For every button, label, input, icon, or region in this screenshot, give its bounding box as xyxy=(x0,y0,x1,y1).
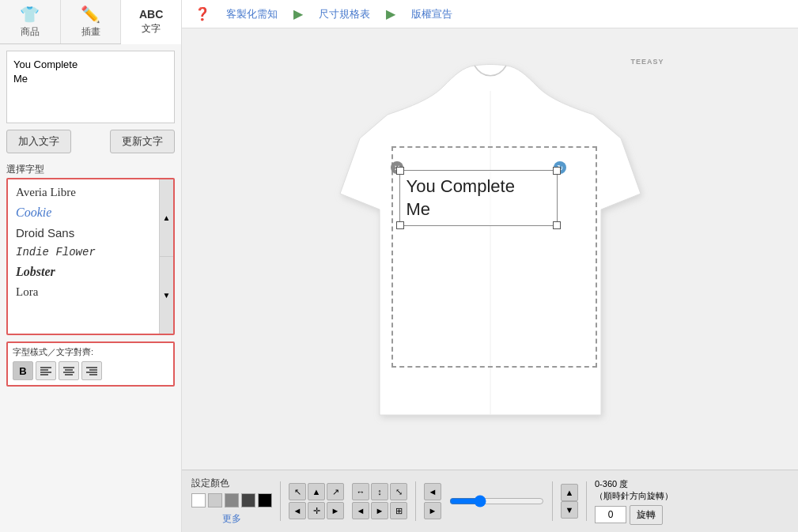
move-row-1: ↖ ▲ ↗ xyxy=(289,483,344,500)
color-swatch-black[interactable] xyxy=(258,493,272,507)
text-input[interactable]: You Complete Me xyxy=(13,58,168,113)
button-row: 加入文字 更新文字 xyxy=(0,130,181,160)
color-swatch-gray[interactable] xyxy=(225,493,239,507)
tab-bar: 👕 商品 ✏️ 插畫 ABC 文字 xyxy=(0,0,181,44)
scroll-up-button[interactable]: ▲ xyxy=(160,179,173,257)
font-lobster[interactable]: Lobster xyxy=(8,262,173,282)
font-averia-libre[interactable]: Averia Libre xyxy=(8,183,173,202)
move-up-right-button[interactable]: ↗ xyxy=(327,483,344,500)
customize-notice-link[interactable]: 客製化需知 xyxy=(226,7,278,21)
flip-horizontal-button[interactable]: ↔ xyxy=(352,483,369,500)
font-indie-flower[interactable]: Indie Flower xyxy=(8,243,173,262)
toolbar-divider-4 xyxy=(586,481,587,521)
size-chart-link[interactable]: 尺寸規格表 xyxy=(319,7,370,21)
bold-button[interactable]: B xyxy=(13,361,33,380)
size-slider[interactable] xyxy=(449,495,544,507)
tab-products[interactable]: 👕 商品 xyxy=(0,0,61,43)
rotate-label-line2: （順時針方向旋轉） xyxy=(595,491,673,500)
rotate-input[interactable] xyxy=(595,506,626,523)
tab-drawing[interactable]: ✏️ 插畫 xyxy=(61,0,122,43)
font-list-inner: Averia Libre Cookie Droid Sans Indie Flo… xyxy=(8,179,173,305)
play-icon-2: ▶ xyxy=(386,6,395,21)
brand-label: TEEASY xyxy=(630,58,664,66)
toolbar-divider-3 xyxy=(552,481,553,521)
font-selector-label: 選擇字型 xyxy=(0,160,181,178)
font-selector-container: Averia Libre Cookie Droid Sans Indie Flo… xyxy=(6,178,175,335)
move-right-button[interactable]: ► xyxy=(327,502,344,519)
layer-all-button[interactable]: ⊞ xyxy=(390,502,407,519)
layer-right-button[interactable]: ► xyxy=(371,502,388,519)
toolbar-divider-1 xyxy=(280,481,281,521)
tab-drawing-label: 插畫 xyxy=(81,25,100,39)
align-center-button[interactable] xyxy=(59,361,79,380)
font-list: Averia Libre Cookie Droid Sans Indie Flo… xyxy=(8,179,173,334)
move-up-button[interactable]: ▲ xyxy=(308,483,325,500)
tab-products-label: 商品 xyxy=(21,25,40,39)
move-center-button[interactable]: ✛ xyxy=(308,502,325,519)
copyright-link[interactable]: 版權宣告 xyxy=(411,7,452,21)
top-bar: ❓ 客製化需知 ▶ 尺寸規格表 ▶ 版權宣告 xyxy=(182,0,798,28)
font-cookie[interactable]: Cookie xyxy=(8,202,173,223)
rotate-row: 旋轉 xyxy=(595,505,663,525)
nav-up-button[interactable]: ▲ xyxy=(561,484,578,501)
move-controls: ↖ ▲ ↗ ◄ ✛ ► xyxy=(289,483,344,519)
move-up-left-button[interactable]: ↖ xyxy=(289,483,306,500)
slider-section xyxy=(449,495,544,507)
nav-down-button[interactable]: ▼ xyxy=(561,501,578,519)
more-colors-link[interactable]: 更多 xyxy=(191,511,272,526)
scale-button[interactable]: ⤡ xyxy=(390,483,407,500)
align-right-button[interactable] xyxy=(81,361,102,380)
tab-text-label: 文字 xyxy=(142,22,161,36)
color-label: 設定顏色 xyxy=(191,477,272,490)
resize-handle-tr[interactable] xyxy=(553,167,561,175)
rotate-section: 0-360 度 （順時針方向旋轉） 旋轉 xyxy=(595,478,673,525)
play-icon-1: ▶ xyxy=(293,6,303,21)
flip-scale-controls: ↔ ↕ ⤡ ◄ ► ⊞ xyxy=(352,483,407,519)
tab-text[interactable]: ABC 文字 xyxy=(121,0,181,44)
text-input-area: You Complete Me xyxy=(6,51,175,123)
toolbar-divider-2 xyxy=(415,481,416,521)
rotate-label-line1: 0-360 度 xyxy=(595,479,628,489)
color-swatch-lightgray[interactable] xyxy=(208,493,222,507)
text-box-container[interactable]: ✕ ↻ You CompleteMe xyxy=(399,170,558,226)
resize-handle-br[interactable] xyxy=(553,221,561,229)
rotate-button[interactable]: 旋轉 xyxy=(630,505,663,525)
flip-vertical-button[interactable]: ↕ xyxy=(371,483,388,500)
font-style-label: 字型樣式／文字對齊: xyxy=(13,346,168,358)
align-left-button[interactable] xyxy=(36,361,56,380)
help-icon: ❓ xyxy=(195,6,210,21)
scroll-down-button[interactable]: ▼ xyxy=(160,257,173,334)
font-lora[interactable]: Lora xyxy=(8,282,173,302)
main-area: ❓ 客製化需知 ▶ 尺寸規格表 ▶ 版權宣告 xyxy=(182,0,798,532)
rotate-label: 0-360 度 （順時針方向旋轉） xyxy=(595,478,673,502)
canvas-area: TEEASY ✕ ↻ You CompleteMe xyxy=(182,28,798,470)
layer-left-button[interactable]: ◄ xyxy=(352,502,369,519)
text-abc-icon: ABC xyxy=(139,8,163,21)
font-list-scrollbar: ▲ ▼ xyxy=(159,179,173,334)
updown-buttons: ▲ ▼ xyxy=(561,484,578,519)
nav-left-button[interactable]: ◄ xyxy=(424,483,441,500)
color-swatch-white[interactable] xyxy=(191,493,206,507)
text-box-content: You CompleteMe xyxy=(400,171,557,225)
move-left-button[interactable]: ◄ xyxy=(289,502,306,519)
design-overlay: ✕ ↻ You CompleteMe xyxy=(391,146,597,368)
nav-right-button[interactable]: ► xyxy=(424,502,441,519)
lr-nav-controls: ◄ ► xyxy=(424,483,441,519)
resize-handle-tl[interactable] xyxy=(396,167,404,175)
add-text-button[interactable]: 加入文字 xyxy=(6,130,71,153)
update-text-button[interactable]: 更新文字 xyxy=(110,130,175,153)
flip-row: ↔ ↕ ⤡ xyxy=(352,483,407,500)
layer-row: ◄ ► ⊞ xyxy=(352,502,407,519)
style-buttons: B xyxy=(13,361,168,380)
left-panel: 👕 商品 ✏️ 插畫 ABC 文字 You Complete Me 加入文字 更… xyxy=(0,0,182,532)
tshirt-icon: 👕 xyxy=(20,5,40,24)
pencil-icon: ✏️ xyxy=(81,5,100,24)
color-section: 設定顏色 更多 xyxy=(191,477,272,526)
color-swatch-darkgray[interactable] xyxy=(241,493,255,507)
tshirt-container: TEEASY ✕ ↻ You CompleteMe xyxy=(308,51,672,447)
color-swatches xyxy=(191,493,272,507)
move-row-2: ◄ ✛ ► xyxy=(289,502,344,519)
font-droid-sans[interactable]: Droid Sans xyxy=(8,223,173,243)
resize-handle-bl[interactable] xyxy=(396,221,404,229)
font-style-container: 字型樣式／文字對齊: B xyxy=(6,341,175,387)
